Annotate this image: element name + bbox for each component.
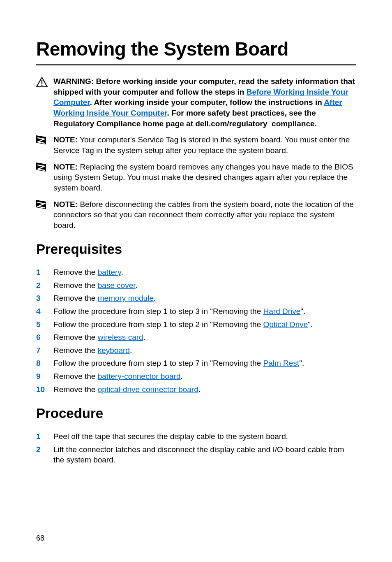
- note-icon: [36, 199, 53, 231]
- link-memory-module[interactable]: memory module: [98, 294, 154, 302]
- warning-text: WARNING: Before working inside your comp…: [53, 76, 356, 129]
- list-item: 4Follow the procedure from step 1 to ste…: [36, 306, 356, 317]
- page-title: Removing the System Board: [36, 36, 356, 65]
- link-battery[interactable]: battery: [98, 268, 121, 276]
- page-number: 68: [36, 533, 44, 543]
- link-base-cover[interactable]: base cover: [98, 281, 136, 290]
- list-item: 1Remove the battery.: [36, 267, 356, 278]
- procedure-heading: Procedure: [36, 404, 356, 423]
- list-item: 8Follow the procedure from step 1 to ste…: [36, 358, 356, 369]
- procedure-list: 1Peel off the tape that secures the disp…: [36, 431, 356, 465]
- list-item: 2Remove the base cover.: [36, 280, 356, 291]
- link-palm-rest[interactable]: Palm Rest: [263, 359, 300, 367]
- note-text: NOTE: Before disconnecting the cables fr…: [53, 199, 356, 231]
- note-icon: [36, 162, 53, 193]
- link-hard-drive[interactable]: Hard Drive: [263, 307, 301, 316]
- link-battery-connector-board[interactable]: battery-connector board: [98, 372, 181, 381]
- list-item: 3Remove the memory module.: [36, 293, 356, 304]
- list-item: 5Follow the procedure from step 1 to ste…: [36, 319, 356, 330]
- note-callout: NOTE: Your computer's Service Tag is sto…: [36, 135, 356, 156]
- link-wireless-card[interactable]: wireless card: [98, 333, 143, 341]
- link-optical-drive-connector-board[interactable]: optical-drive connector board: [98, 385, 198, 394]
- list-item: 1Peel off the tape that secures the disp…: [36, 431, 356, 442]
- note-text: NOTE: Your computer's Service Tag is sto…: [53, 135, 356, 156]
- note-callout: NOTE: Before disconnecting the cables fr…: [36, 199, 356, 231]
- list-item: 9Remove the battery-connector board.: [36, 371, 356, 382]
- note-callout: NOTE: Replacing the system board removes…: [36, 162, 356, 193]
- link-optical-drive[interactable]: Optical Drive: [263, 320, 308, 329]
- list-item: 7Remove the keyboard.: [36, 345, 356, 356]
- warning-icon: [36, 76, 53, 129]
- prerequisites-heading: Prerequisites: [36, 240, 356, 259]
- warning-callout: WARNING: Before working inside your comp…: [36, 76, 356, 129]
- list-item: 6Remove the wireless card.: [36, 332, 356, 343]
- list-item: 2Lift the connector latches and disconne…: [36, 444, 356, 465]
- list-item: 10Remove the optical-drive connector boa…: [36, 384, 356, 395]
- prerequisites-list: 1Remove the battery. 2Remove the base co…: [36, 267, 356, 395]
- note-text: NOTE: Replacing the system board removes…: [53, 162, 356, 193]
- note-icon: [36, 135, 53, 156]
- svg-point-1: [42, 85, 43, 86]
- link-keyboard[interactable]: keyboard: [98, 346, 130, 355]
